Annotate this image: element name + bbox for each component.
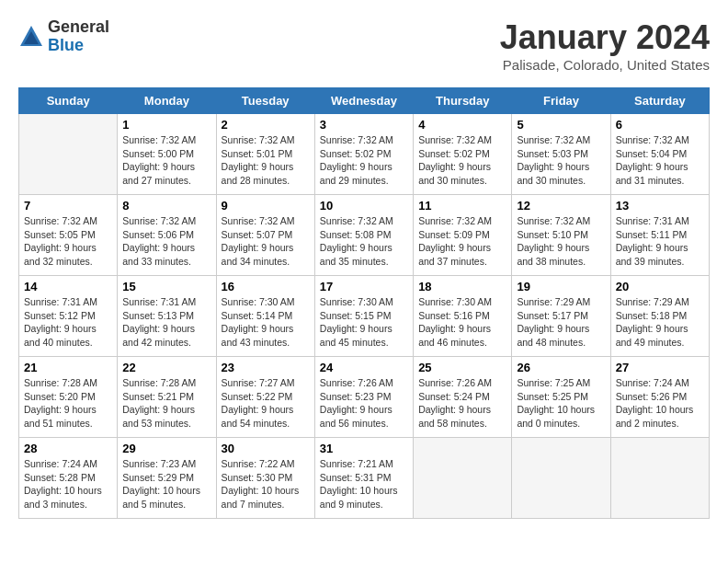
day-info: Sunrise: 7:32 AM Sunset: 5:02 PM Dayligh… bbox=[320, 133, 408, 188]
day-info: Sunrise: 7:32 AM Sunset: 5:09 PM Dayligh… bbox=[418, 214, 506, 269]
calendar-cell: 14Sunrise: 7:31 AM Sunset: 5:12 PM Dayli… bbox=[19, 276, 118, 357]
calendar-cell: 8Sunrise: 7:32 AM Sunset: 5:06 PM Daylig… bbox=[118, 195, 216, 276]
day-info: Sunrise: 7:26 AM Sunset: 5:23 PM Dayligh… bbox=[320, 376, 408, 431]
calendar-header: SundayMondayTuesdayWednesdayThursdayFrid… bbox=[19, 88, 710, 114]
calendar-cell: 21Sunrise: 7:28 AM Sunset: 5:20 PM Dayli… bbox=[19, 357, 118, 438]
day-number: 21 bbox=[24, 361, 112, 374]
day-info: Sunrise: 7:21 AM Sunset: 5:31 PM Dayligh… bbox=[320, 457, 408, 511]
day-info: Sunrise: 7:23 AM Sunset: 5:29 PM Dayligh… bbox=[122, 457, 210, 511]
calendar-cell: 16Sunrise: 7:30 AM Sunset: 5:14 PM Dayli… bbox=[216, 276, 314, 357]
calendar-cell bbox=[512, 438, 610, 519]
day-number: 12 bbox=[517, 199, 605, 213]
calendar-cell: 1Sunrise: 7:32 AM Sunset: 5:00 PM Daylig… bbox=[118, 114, 216, 195]
logo-blue: Blue bbox=[48, 36, 84, 54]
day-info: Sunrise: 7:24 AM Sunset: 5:26 PM Dayligh… bbox=[616, 376, 704, 431]
day-info: Sunrise: 7:26 AM Sunset: 5:24 PM Dayligh… bbox=[418, 376, 506, 431]
header-cell-tuesday: Tuesday bbox=[216, 88, 314, 114]
calendar-cell: 20Sunrise: 7:29 AM Sunset: 5:18 PM Dayli… bbox=[610, 276, 709, 357]
day-info: Sunrise: 7:28 AM Sunset: 5:20 PM Dayligh… bbox=[24, 376, 112, 431]
day-number: 2 bbox=[222, 118, 310, 132]
day-info: Sunrise: 7:31 AM Sunset: 5:13 PM Dayligh… bbox=[122, 295, 210, 350]
day-number: 13 bbox=[616, 199, 704, 213]
day-number: 14 bbox=[24, 280, 112, 293]
calendar-cell: 30Sunrise: 7:22 AM Sunset: 5:30 PM Dayli… bbox=[216, 438, 314, 519]
day-info: Sunrise: 7:28 AM Sunset: 5:21 PM Dayligh… bbox=[122, 376, 210, 431]
page-header: General Blue January 2024 Palisade, Colo… bbox=[18, 18, 710, 73]
day-number: 28 bbox=[24, 442, 112, 455]
day-info: Sunrise: 7:29 AM Sunset: 5:18 PM Dayligh… bbox=[616, 295, 704, 350]
day-info: Sunrise: 7:32 AM Sunset: 5:04 PM Dayligh… bbox=[616, 133, 704, 188]
day-info: Sunrise: 7:31 AM Sunset: 5:11 PM Dayligh… bbox=[616, 214, 704, 269]
calendar-cell: 13Sunrise: 7:31 AM Sunset: 5:11 PM Dayli… bbox=[610, 195, 709, 276]
logo-text: General Blue bbox=[48, 18, 109, 55]
week-row-1: 1Sunrise: 7:32 AM Sunset: 5:00 PM Daylig… bbox=[19, 114, 710, 195]
day-info: Sunrise: 7:24 AM Sunset: 5:28 PM Dayligh… bbox=[24, 457, 112, 511]
day-info: Sunrise: 7:32 AM Sunset: 5:06 PM Dayligh… bbox=[122, 214, 210, 269]
header-row: SundayMondayTuesdayWednesdayThursdayFrid… bbox=[19, 88, 710, 114]
calendar-cell: 26Sunrise: 7:25 AM Sunset: 5:25 PM Dayli… bbox=[512, 357, 610, 438]
day-number: 29 bbox=[122, 442, 210, 455]
calendar-cell: 4Sunrise: 7:32 AM Sunset: 5:02 PM Daylig… bbox=[414, 114, 512, 195]
day-info: Sunrise: 7:32 AM Sunset: 5:01 PM Dayligh… bbox=[222, 133, 310, 188]
header-cell-saturday: Saturday bbox=[610, 88, 709, 114]
day-number: 19 bbox=[517, 280, 605, 293]
header-cell-sunday: Sunday bbox=[19, 88, 118, 114]
week-row-5: 28Sunrise: 7:24 AM Sunset: 5:28 PM Dayli… bbox=[19, 438, 710, 519]
calendar-cell: 9Sunrise: 7:32 AM Sunset: 5:07 PM Daylig… bbox=[216, 195, 314, 276]
calendar-cell: 25Sunrise: 7:26 AM Sunset: 5:24 PM Dayli… bbox=[414, 357, 512, 438]
day-number: 31 bbox=[320, 442, 408, 455]
day-info: Sunrise: 7:32 AM Sunset: 5:05 PM Dayligh… bbox=[24, 214, 112, 269]
calendar-cell: 19Sunrise: 7:29 AM Sunset: 5:17 PM Dayli… bbox=[512, 276, 610, 357]
header-cell-friday: Friday bbox=[512, 88, 610, 114]
page-subtitle: Palisade, Colorado, United States bbox=[500, 57, 710, 73]
calendar-cell: 6Sunrise: 7:32 AM Sunset: 5:04 PM Daylig… bbox=[610, 114, 709, 195]
day-number: 17 bbox=[320, 280, 408, 293]
day-info: Sunrise: 7:32 AM Sunset: 5:00 PM Dayligh… bbox=[122, 133, 210, 188]
day-info: Sunrise: 7:27 AM Sunset: 5:22 PM Dayligh… bbox=[222, 376, 310, 431]
day-info: Sunrise: 7:25 AM Sunset: 5:25 PM Dayligh… bbox=[517, 376, 605, 431]
calendar-cell: 2Sunrise: 7:32 AM Sunset: 5:01 PM Daylig… bbox=[216, 114, 314, 195]
day-number: 11 bbox=[418, 199, 506, 213]
calendar-cell: 23Sunrise: 7:27 AM Sunset: 5:22 PM Dayli… bbox=[216, 357, 314, 438]
calendar-cell: 15Sunrise: 7:31 AM Sunset: 5:13 PM Dayli… bbox=[118, 276, 216, 357]
day-number: 18 bbox=[418, 280, 506, 293]
day-number: 7 bbox=[24, 199, 112, 213]
day-number: 15 bbox=[122, 280, 210, 293]
header-cell-wednesday: Wednesday bbox=[314, 88, 413, 114]
calendar-cell: 10Sunrise: 7:32 AM Sunset: 5:08 PM Dayli… bbox=[314, 195, 413, 276]
day-number: 9 bbox=[222, 199, 310, 213]
page-title: January 2024 bbox=[500, 18, 710, 57]
day-number: 23 bbox=[222, 361, 310, 374]
day-number: 4 bbox=[418, 118, 506, 132]
week-row-2: 7Sunrise: 7:32 AM Sunset: 5:05 PM Daylig… bbox=[19, 195, 710, 276]
day-info: Sunrise: 7:32 AM Sunset: 5:08 PM Dayligh… bbox=[320, 214, 408, 269]
day-number: 3 bbox=[320, 118, 408, 132]
day-number: 5 bbox=[517, 118, 605, 132]
day-number: 25 bbox=[418, 361, 506, 374]
day-info: Sunrise: 7:22 AM Sunset: 5:30 PM Dayligh… bbox=[222, 457, 310, 511]
calendar-cell: 7Sunrise: 7:32 AM Sunset: 5:05 PM Daylig… bbox=[19, 195, 118, 276]
week-row-3: 14Sunrise: 7:31 AM Sunset: 5:12 PM Dayli… bbox=[19, 276, 710, 357]
day-number: 20 bbox=[616, 280, 704, 293]
day-number: 6 bbox=[616, 118, 704, 132]
logo: General Blue bbox=[18, 18, 109, 55]
calendar-cell bbox=[19, 114, 118, 195]
day-number: 30 bbox=[222, 442, 310, 455]
header-cell-thursday: Thursday bbox=[414, 88, 512, 114]
calendar-cell: 3Sunrise: 7:32 AM Sunset: 5:02 PM Daylig… bbox=[314, 114, 413, 195]
day-info: Sunrise: 7:32 AM Sunset: 5:02 PM Dayligh… bbox=[418, 133, 506, 188]
calendar-table: SundayMondayTuesdayWednesdayThursdayFrid… bbox=[18, 87, 710, 519]
day-number: 8 bbox=[122, 199, 210, 213]
day-number: 24 bbox=[320, 361, 408, 374]
calendar-cell bbox=[414, 438, 512, 519]
day-info: Sunrise: 7:32 AM Sunset: 5:03 PM Dayligh… bbox=[517, 133, 605, 188]
calendar-cell: 28Sunrise: 7:24 AM Sunset: 5:28 PM Dayli… bbox=[19, 438, 118, 519]
day-number: 22 bbox=[122, 361, 210, 374]
calendar-cell: 31Sunrise: 7:21 AM Sunset: 5:31 PM Dayli… bbox=[314, 438, 413, 519]
week-row-4: 21Sunrise: 7:28 AM Sunset: 5:20 PM Dayli… bbox=[19, 357, 710, 438]
calendar-cell: 27Sunrise: 7:24 AM Sunset: 5:26 PM Dayli… bbox=[610, 357, 709, 438]
day-number: 16 bbox=[222, 280, 310, 293]
day-number: 10 bbox=[320, 199, 408, 213]
day-info: Sunrise: 7:31 AM Sunset: 5:12 PM Dayligh… bbox=[24, 295, 112, 350]
day-info: Sunrise: 7:30 AM Sunset: 5:16 PM Dayligh… bbox=[418, 295, 506, 350]
